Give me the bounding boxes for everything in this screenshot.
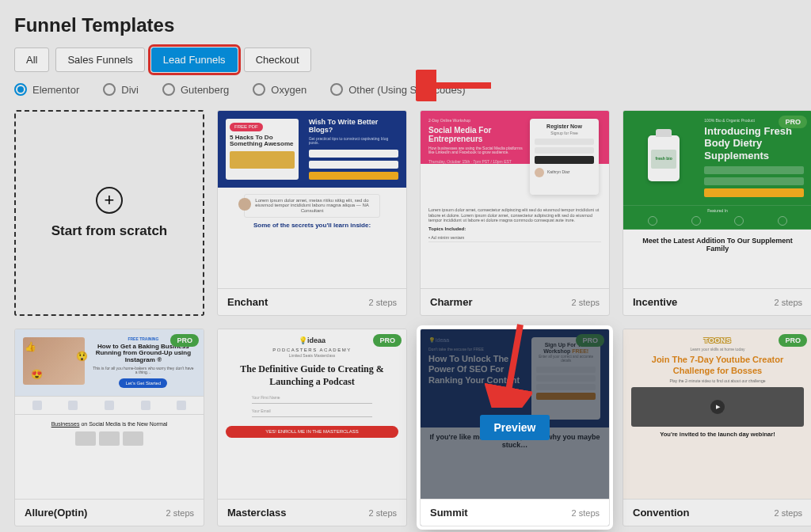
card-convention[interactable]: PRO TOONS Learn your skills at home toda… <box>623 329 811 526</box>
card-steps: 2 steps <box>369 508 397 518</box>
card-allure[interactable]: PRO 👍😍😲 FREE TRAINING How to Get a Bakin… <box>14 329 204 526</box>
preview-button[interactable]: Preview <box>480 415 550 440</box>
tab-lead-funnels[interactable]: Lead Funnels <box>151 48 238 72</box>
card-charmer[interactable]: 2-Day Online Workshop Social Media For E… <box>420 110 610 316</box>
radio-oxygen[interactable]: Oxygen <box>253 83 307 96</box>
card-name: Incentive <box>633 296 677 308</box>
card-name: Enchant <box>227 296 268 308</box>
radio-label: Oxygen <box>271 84 307 96</box>
pro-badge: PRO <box>170 334 199 347</box>
radio-icon <box>330 83 343 96</box>
card-name: Charmer <box>430 296 472 308</box>
card-name: Summit <box>430 507 468 519</box>
tab-checkout[interactable]: Checkout <box>244 48 311 72</box>
card-name: Allure(Optin) <box>25 507 87 519</box>
template-thumbnail: FREE PDF 5 Hacks To Do Something Awesome… <box>218 111 406 288</box>
card-steps: 2 steps <box>572 508 600 518</box>
radio-elementor[interactable]: Elementor <box>14 83 79 96</box>
card-start-from-scratch[interactable]: + Start from scratch <box>14 110 204 316</box>
card-enchant[interactable]: FREE PDF 5 Hacks To Do Something Awesome… <box>217 110 407 316</box>
pro-badge: PRO <box>779 334 807 347</box>
card-steps: 2 steps <box>775 298 802 307</box>
tab-all[interactable]: All <box>14 48 49 72</box>
radio-label: Divi <box>121 84 139 96</box>
card-name: Masterclass <box>227 507 286 519</box>
card-summit[interactable]: PRO 💡ideaa Don't take the excuse for FRE… <box>420 329 610 526</box>
card-hover-overlay: Preview <box>421 329 609 526</box>
pro-badge: PRO <box>779 116 807 128</box>
tab-sales-funnels[interactable]: Sales Funnels <box>55 48 144 72</box>
radio-divi[interactable]: Divi <box>103 83 139 96</box>
builder-radio-group: Elementor Divi Gutenberg Oxygen Other (U… <box>14 83 797 96</box>
page-title: Funnel Templates <box>14 14 797 36</box>
radio-icon <box>253 83 265 96</box>
radio-label: Other (Using Shortcodes) <box>348 84 465 96</box>
pro-badge: PRO <box>373 334 402 347</box>
radio-icon <box>103 83 116 96</box>
card-steps: 2 steps <box>572 298 600 307</box>
card-steps: 2 steps <box>369 298 397 307</box>
radio-label: Elementor <box>32 84 79 96</box>
play-icon: ▶ <box>710 400 725 414</box>
template-thumbnail: 2-Day Online Workshop Social Media For E… <box>421 111 609 288</box>
card-name: Convention <box>633 507 690 519</box>
scratch-label: Start from scratch <box>51 223 167 239</box>
radio-icon <box>162 83 175 96</box>
plus-icon: + <box>96 187 123 214</box>
template-thumbnail: fresh bio 100% Bio & Organic Product Int… <box>623 111 811 288</box>
radio-gutenberg[interactable]: Gutenberg <box>162 83 229 96</box>
category-tabs: All Sales Funnels Lead Funnels Checkout <box>14 48 797 72</box>
card-masterclass[interactable]: PRO 💡ideaa PODCASTERS ACADEMY Limited Se… <box>217 329 407 526</box>
radio-label: Gutenberg <box>181 84 229 96</box>
template-thumbnail: 👍😍😲 FREE TRAINING How to Get a Baking Bu… <box>15 329 204 499</box>
card-incentive[interactable]: PRO fresh bio 100% Bio & Organic Product… <box>623 110 811 316</box>
card-steps: 2 steps <box>166 508 194 518</box>
template-thumbnail: 💡ideaa PODCASTERS ACADEMY Limited Seats … <box>218 329 406 499</box>
template-thumbnail: TOONS Learn your skills at home today Jo… <box>623 329 811 499</box>
radio-other[interactable]: Other (Using Shortcodes) <box>330 83 465 96</box>
radio-icon <box>14 83 27 96</box>
card-steps: 2 steps <box>775 508 802 518</box>
